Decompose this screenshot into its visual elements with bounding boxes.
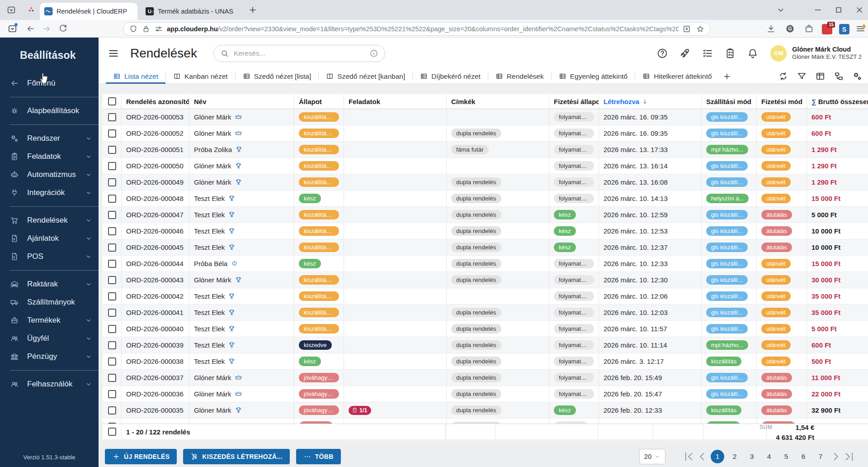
close-tab-icon[interactable] (148, 8, 156, 16)
view-tab-hitelkeret-ttekint-[interactable]: Hitelkeret áttekintő (635, 69, 719, 84)
site-settings-icon[interactable] (154, 24, 163, 33)
extensions-puzzle-icon[interactable] (804, 24, 814, 34)
sidebar-item-rakt-rak[interactable]: Raktárak (0, 275, 99, 293)
page-button-7[interactable]: 7 (814, 450, 827, 463)
create-pick-button[interactable]: KISZEDÉS LÉTREHOZÁ... (183, 449, 289, 464)
tasks-clipboard-icon[interactable] (724, 48, 736, 59)
more-button[interactable]: TÖBB (296, 449, 341, 464)
save-page-icon[interactable] (682, 24, 691, 33)
back-icon[interactable] (25, 24, 36, 34)
hamburger-menu-icon[interactable] (108, 48, 119, 59)
column-header-brutt-sszesen[interactable]: ∑Bruttó összesen (807, 94, 868, 109)
row-checkbox[interactable] (108, 195, 116, 203)
search-input[interactable]: Keresés... (213, 45, 385, 62)
downloads-icon[interactable] (766, 24, 776, 34)
table-row[interactable]: ORD-2026-000053Glóner Márkkiszállítás ..… (103, 109, 868, 125)
close-tab-icon[interactable] (47, 8, 55, 16)
view-tab-szed-n-zet-lista-[interactable]: Szedő nézet [lista] (236, 69, 319, 84)
forward-icon[interactable] (42, 24, 52, 34)
table-row[interactable]: ORD-2026-000050Glóner Márkkiszállítás ..… (103, 158, 868, 174)
sidebar-item-term-kek[interactable]: Termékek (0, 311, 99, 329)
column-header-sz-ll-t-si-m-d[interactable]: Szállítási mód (702, 94, 757, 109)
page-button-6[interactable]: 6 (797, 450, 810, 463)
view-tab-kanban-n-zet[interactable]: Kanban nézet (166, 69, 235, 84)
table-row[interactable]: ORD-2026-000037Glóner Márkjóváhagyá...du… (103, 370, 868, 386)
sidebar-item-rendel-sek[interactable]: Rendelések (0, 211, 99, 229)
add-view-tab-button[interactable] (719, 69, 735, 84)
table-row[interactable]: ORD-2026-000038Teszt Elekkészdupla rende… (103, 353, 868, 370)
row-checkbox[interactable] (108, 227, 116, 235)
row-checkbox[interactable] (108, 309, 116, 317)
shield-icon[interactable] (129, 24, 138, 33)
sidebar-item-f-men-[interactable]: Főmenü (0, 74, 99, 92)
extension-badge-icon[interactable]: 15 (822, 24, 832, 34)
page-button-5[interactable]: 5 (779, 450, 793, 463)
column-header-fizet-si-llapot[interactable]: Fizetési állapot (549, 94, 599, 109)
view-tab-rendel-sek[interactable]: Rendelések (488, 69, 551, 84)
page-button-1[interactable]: 1 (711, 450, 724, 463)
table-row[interactable]: ORD-2026-000041Teszt Elekkiszállítás ...… (103, 305, 868, 321)
row-checkbox[interactable] (108, 423, 116, 424)
row-checkbox[interactable] (108, 243, 116, 252)
settings-gears-icon[interactable] (852, 71, 863, 81)
address-bar[interactable]: app.clouderp.hu/v2/order?view=2330&view_… (123, 22, 711, 36)
table-row[interactable]: ORD-2026-000043Glóner Márkkiszállítás ..… (103, 272, 868, 288)
window-maximize-icon[interactable] (834, 5, 844, 15)
table-row[interactable]: ORD-2026-000051Próba Zolikakiszállítás .… (103, 142, 868, 158)
sidebar-item-feladatok[interactable]: Feladatok (0, 148, 99, 166)
select-all-checkbox[interactable] (108, 97, 116, 105)
help-icon[interactable] (656, 48, 668, 59)
row-checkbox[interactable] (108, 357, 116, 366)
view-tab-szed-n-zet-kanban-[interactable]: Szedő nézet [kanban] (319, 69, 412, 84)
column-header-l-trehozva[interactable]: Létrehozva (599, 94, 702, 109)
table-row[interactable]: ORD-2026-000042Teszt Elekkiszállítás ...… (103, 288, 868, 305)
bookmark-star-icon[interactable] (696, 24, 705, 33)
table-row[interactable]: ORD-2026-000035Glóner Márkjóváhagyá...1/… (103, 402, 868, 419)
prev-page-icon[interactable] (695, 450, 709, 463)
s-extension-icon[interactable]: S (839, 24, 849, 34)
row-checkbox[interactable] (108, 211, 116, 219)
row-checkbox[interactable] (108, 260, 116, 268)
table-row[interactable]: ORD-2026-000046Teszt Elekkiszállítás ...… (103, 223, 868, 239)
first-page-icon[interactable] (682, 450, 695, 463)
sidebar-item-alapbe-ll-t-sok[interactable]: Alapbeállítások (0, 102, 99, 120)
view-tab-egyenleg-ttekint-[interactable]: Egyenleg áttekintő (552, 69, 635, 84)
columns-icon[interactable] (815, 71, 826, 81)
reload-icon[interactable] (58, 24, 68, 34)
extension-dots-icon[interactable] (26, 5, 36, 15)
column-header-rendel-s-azonos-t-[interactable]: Rendelés azonosító (122, 94, 189, 109)
task-count-badge[interactable]: 1/1 (349, 406, 371, 415)
sidebar-item--gyf-l[interactable]: Ügyfél (0, 329, 99, 348)
sidebar-item-automatizmus[interactable]: Automatizmus (0, 166, 99, 184)
row-checkbox[interactable] (108, 341, 116, 349)
sidebar-item-rendszer[interactable]: Rendszer (0, 129, 99, 148)
lock-icon[interactable] (142, 24, 151, 33)
table-row[interactable]: ORD-2026-000045Teszt Elekkiszállítás ...… (103, 239, 868, 256)
column-header-c-mk-k[interactable]: Címkék (447, 94, 549, 109)
table-row[interactable]: ORD-2026-000052Glóner Márkkiszállítás ..… (103, 125, 868, 142)
layout-icon[interactable] (834, 71, 844, 81)
table-row[interactable]: dupla rendelés (103, 419, 868, 424)
sidebar-item-integr-ci-k[interactable]: Integrációk (0, 184, 99, 202)
row-checkbox[interactable] (108, 129, 116, 138)
sidebar-item-aj-nlatok[interactable]: SAjánlatok (0, 229, 99, 248)
table-row[interactable]: ORD-2026-000044Próba Bélakészdupla rende… (103, 256, 868, 272)
row-checkbox[interactable] (108, 406, 116, 415)
g-extension-icon[interactable]: G (785, 24, 795, 34)
user-avatar[interactable]: GM (770, 45, 787, 62)
sidebar-item-p-nz-gy[interactable]: Pénzügy (0, 348, 99, 366)
new-order-button[interactable]: ÚJ RENDELÉS (105, 449, 177, 464)
page-size-select[interactable]: 20 (639, 449, 665, 464)
row-checkbox[interactable] (108, 390, 116, 398)
filter-icon[interactable] (797, 71, 807, 81)
window-close-icon[interactable] (854, 5, 864, 15)
search-info-icon[interactable] (369, 49, 378, 58)
row-checkbox[interactable] (108, 374, 116, 382)
sidebar-item-felhaszn-l-k[interactable]: Felhasználók (0, 375, 99, 393)
checklist-icon[interactable] (702, 48, 713, 59)
tab-list-chevron-icon[interactable] (776, 5, 786, 15)
table-row[interactable]: ORD-2026-000049Glóner Márkkiszállítás ..… (103, 174, 868, 191)
notifications-bell-icon[interactable] (747, 48, 759, 59)
sidebar-item-sz-ll-tm-nyok[interactable]: Szállítmányok (0, 293, 99, 311)
column-header--llapot[interactable]: Állapot (294, 94, 344, 109)
